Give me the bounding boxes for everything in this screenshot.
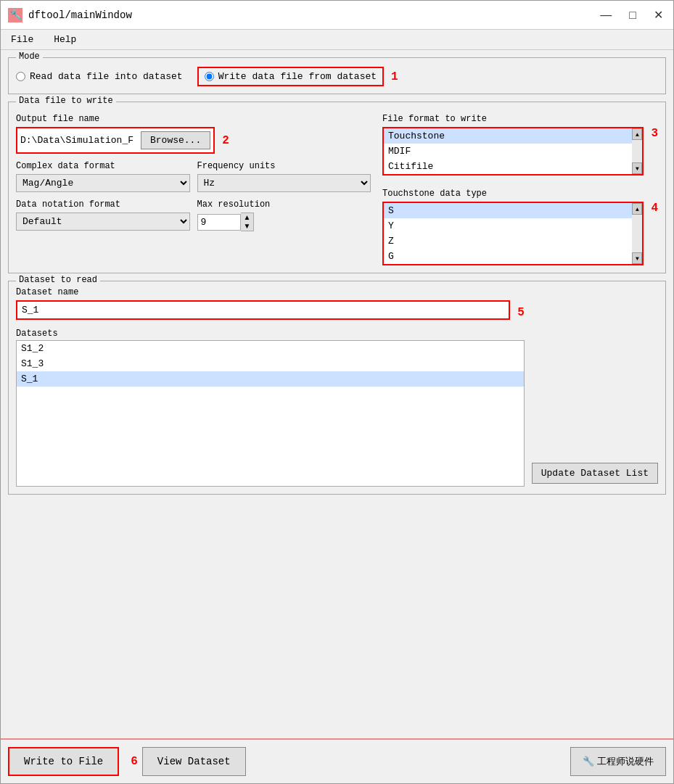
data-type-label: Touchstone data type: [382, 189, 658, 199]
dataset-name-input[interactable]: [22, 305, 504, 315]
scroll-track: [632, 140, 642, 162]
scroll-down-btn[interactable]: ▼: [632, 162, 642, 174]
main-content: Mode Read data file into dataset Write d…: [1, 50, 673, 738]
list-item[interactable]: S_1: [17, 371, 524, 387]
data-file-label: Data file to write: [16, 96, 116, 106]
data-notation-label: Data notation format: [16, 199, 190, 210]
spinbox-down[interactable]: ▼: [241, 222, 254, 231]
close-button[interactable]: ✕: [651, 8, 666, 22]
read-mode-option[interactable]: Read data file into dataset: [16, 71, 183, 82]
data-type-items: S Y Z G: [384, 203, 632, 264]
complex-format-select[interactable]: Mag/Angle Real/Imag dB/Angle: [16, 174, 190, 192]
mode-radio-group: Read data file into dataset Write data f…: [16, 64, 658, 86]
datasets-sub-label: Datasets: [16, 329, 525, 339]
max-resolution-input[interactable]: [197, 214, 241, 231]
footer: Write to File 6 View Dataset 🔧 工程师说硬件: [1, 738, 673, 783]
mode-group: Mode Read data file into dataset Write d…: [8, 57, 666, 94]
dataset-group: Dataset to read Dataset name 5 Datasets: [8, 281, 666, 495]
list-item[interactable]: Citifile: [384, 159, 632, 174]
file-format-label: File format to write: [382, 114, 658, 124]
list-item[interactable]: Touchstone: [384, 128, 632, 144]
list-item[interactable]: G: [384, 249, 632, 264]
read-mode-radio[interactable]: [16, 72, 25, 81]
mode-badge: 1: [391, 70, 398, 83]
file-format-badge: 3: [651, 127, 658, 140]
footer-badge: 6: [131, 755, 138, 768]
help-button[interactable]: 🔧 工程师说硬件: [570, 747, 666, 776]
window-controls: — □ ✕: [597, 8, 666, 22]
freq-units-field: Frequency units Hz kHz MHz GHz: [197, 161, 371, 192]
write-mode-text: Write data file from dataset: [218, 71, 377, 82]
help-icon: 🔧: [583, 756, 594, 767]
complex-format-label: Complex data format: [16, 161, 190, 171]
dataset-left: Dataset name 5 Datasets S1_2 S1_3: [16, 287, 525, 487]
freq-units-select[interactable]: Hz kHz MHz GHz: [197, 174, 371, 192]
data-type-scrollbar[interactable]: ▲ ▼: [632, 203, 642, 264]
max-resolution-spinbox: ▲ ▼: [197, 212, 371, 231]
dataset-name-badge: 5: [517, 306, 525, 319]
menu-bar: File Help: [1, 30, 673, 50]
output-file-box: Browse...: [16, 127, 215, 154]
dataset-group-label: Dataset to read: [16, 275, 100, 285]
spinbox-up[interactable]: ▲: [241, 213, 254, 222]
scroll-track: [632, 215, 642, 252]
data-type-scroll-container: S Y Z G ▲ ▼: [384, 203, 642, 264]
title-bar: 🔧 dftool/mainWindow — □ ✕: [1, 1, 673, 30]
dataset-name-label: Dataset name: [16, 287, 525, 297]
data-type-listbox: S Y Z G ▲ ▼: [382, 202, 644, 265]
data-notation-field: Data notation format Default Fixed Scien…: [16, 199, 190, 231]
read-mode-text: Read data file into dataset: [30, 71, 183, 82]
complex-freq-row: Complex data format Mag/Angle Real/Imag …: [16, 161, 371, 192]
write-mode-radio[interactable]: [205, 72, 214, 81]
browse-button[interactable]: Browse...: [141, 131, 210, 149]
list-item[interactable]: MDIF: [384, 144, 632, 159]
list-item[interactable]: S: [384, 203, 632, 218]
list-item[interactable]: S1_3: [17, 356, 524, 371]
data-type-badge: 4: [651, 202, 658, 215]
minimize-button[interactable]: —: [597, 8, 615, 22]
complex-format-field: Complex data format Mag/Angle Real/Imag …: [16, 161, 190, 192]
notation-resolution-row: Data notation format Default Fixed Scien…: [16, 199, 371, 231]
max-resolution-field: Max resolution ▲ ▼: [197, 199, 371, 231]
main-window: 🔧 dftool/mainWindow — □ ✕ File Help Mode…: [0, 0, 674, 784]
data-file-section: Output file name Browse... 2 Complex dat…: [16, 108, 658, 265]
freq-units-label: Frequency units: [197, 161, 371, 171]
write-mode-option-box[interactable]: Write data file from dataset: [197, 67, 384, 86]
scroll-down-btn[interactable]: ▼: [632, 252, 642, 264]
list-item[interactable]: Z: [384, 234, 632, 249]
file-format-scroll-container: Touchstone MDIF Citifile ▲ ▼: [384, 128, 642, 174]
window-title: dftool/mainWindow: [28, 9, 597, 21]
file-format-listbox: Touchstone MDIF Citifile ▲ ▼: [382, 127, 644, 176]
mode-label: Mode: [16, 51, 43, 62]
data-file-left: Output file name Browse... 2 Complex dat…: [16, 114, 371, 265]
menu-help[interactable]: Help: [51, 33, 79, 46]
write-to-file-button[interactable]: Write to File: [8, 747, 119, 776]
file-format-items: Touchstone MDIF Citifile: [384, 128, 632, 174]
scroll-up-btn[interactable]: ▲: [632, 128, 642, 140]
output-file-section: Output file name Browse... 2: [16, 114, 371, 154]
scroll-up-btn[interactable]: ▲: [632, 203, 642, 215]
datasets-scroll-area[interactable]: S1_2 S1_3 S_1: [17, 341, 524, 486]
dataset-name-box: [16, 300, 510, 320]
output-file-badge: 2: [222, 134, 229, 147]
output-file-input[interactable]: [20, 135, 136, 146]
output-file-label: Output file name: [16, 114, 371, 124]
spinbox-controls: ▲ ▼: [241, 212, 255, 231]
data-file-group: Data file to write Output file name Brow…: [8, 102, 666, 273]
view-dataset-button[interactable]: View Dataset: [142, 747, 246, 776]
data-notation-select[interactable]: Default Fixed Scientific Engineering: [16, 212, 190, 231]
dataset-right: Update Dataset List: [532, 287, 658, 487]
maximize-button[interactable]: □: [626, 8, 639, 22]
file-format-scrollbar[interactable]: ▲ ▼: [632, 128, 642, 174]
datasets-listbox: S1_2 S1_3 S_1: [16, 340, 525, 487]
file-format-section: File format to write Touchstone MDIF Cit…: [382, 114, 658, 265]
help-label: 工程师说硬件: [597, 755, 654, 768]
list-item[interactable]: Y: [384, 218, 632, 234]
update-dataset-button[interactable]: Update Dataset List: [532, 463, 658, 484]
app-icon: 🔧: [8, 8, 22, 22]
list-item[interactable]: S1_2: [17, 341, 524, 356]
menu-file[interactable]: File: [8, 33, 36, 46]
data-type-section: Touchstone data type S Y Z G: [382, 189, 658, 265]
dataset-content: Dataset name 5 Datasets S1_2 S1_3: [16, 287, 658, 487]
max-resolution-label: Max resolution: [197, 199, 371, 210]
